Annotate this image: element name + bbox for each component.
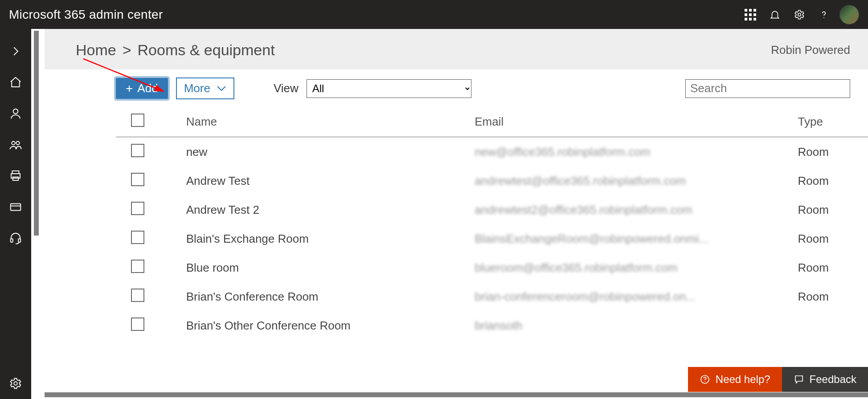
horizontal-scrollbar[interactable]	[45, 392, 868, 397]
cell-type: Room	[794, 195, 868, 224]
view-select[interactable]: All	[307, 79, 471, 98]
cell-email: andrewtest@office365.robinplatform.com	[470, 167, 793, 195]
home-icon[interactable]	[0, 67, 31, 98]
groups-icon[interactable]	[0, 129, 31, 160]
top-bar: Microsoft 365 admin center	[0, 0, 868, 29]
billing-icon[interactable]	[0, 191, 31, 223]
toolbar: + Add More View All	[45, 69, 868, 107]
vertical-scrollbar[interactable]	[34, 31, 39, 236]
app-launcher-icon[interactable]	[738, 0, 762, 29]
svg-point-1	[823, 17, 824, 18]
svg-rect-7	[13, 177, 19, 181]
cell-email: brian-conferenceroom@robinpowered.on...	[470, 282, 793, 311]
breadcrumb: Home > Rooms & equipment	[76, 41, 275, 59]
add-button[interactable]: + Add	[116, 78, 168, 99]
svg-point-0	[798, 13, 801, 16]
table-row[interactable]: Brian's Conference Roombrian-conferencer…	[116, 282, 868, 311]
nav-expand-icon[interactable]	[0, 36, 31, 67]
support-icon[interactable]	[0, 223, 31, 254]
table-row[interactable]: Andrew Test 2andrewtest2@office365.robin…	[116, 195, 868, 224]
table-row[interactable]: newnew@office365.robinplatform.comRoom	[116, 137, 868, 167]
account-avatar[interactable]	[839, 5, 859, 24]
row-checkbox[interactable]	[131, 260, 144, 273]
feedback-label: Feedback	[810, 373, 856, 386]
column-header-email[interactable]: Email	[470, 107, 793, 137]
column-header-name[interactable]: Name	[160, 107, 471, 137]
help-icon[interactable]	[811, 0, 836, 29]
svg-rect-10	[18, 239, 20, 242]
svg-rect-8	[11, 204, 21, 211]
row-checkbox[interactable]	[131, 173, 144, 186]
cell-type: Room	[794, 253, 868, 282]
content-panel: Home > Rooms & equipment Robin Powered	[45, 29, 868, 391]
chevron-down-icon	[217, 86, 226, 92]
row-checkbox[interactable]	[131, 144, 144, 157]
notifications-icon[interactable]	[762, 0, 787, 29]
cell-type: Room	[794, 137, 868, 167]
print-icon[interactable]	[0, 160, 31, 191]
row-checkbox[interactable]	[131, 318, 144, 331]
table-row[interactable]: Blue roomblueroom@office365.robinplatfor…	[116, 253, 868, 282]
cell-email: new@office365.robinplatform.com	[470, 137, 793, 167]
add-button-label: Add	[137, 81, 158, 95]
users-icon[interactable]	[0, 98, 31, 129]
cell-name: Blain's Exchange Room	[160, 224, 471, 253]
svg-point-4	[16, 142, 20, 145]
svg-point-2	[13, 109, 18, 114]
cell-type: Room	[794, 282, 868, 311]
column-header-type[interactable]: Type	[794, 107, 868, 137]
bottom-action-bar: Need help? Feedback	[688, 367, 868, 392]
view-label: View	[274, 81, 299, 95]
svg-point-11	[14, 382, 17, 385]
feedback-button[interactable]: Feedback	[782, 367, 868, 392]
breadcrumb-separator: >	[123, 41, 131, 59]
table-row[interactable]: Brian's Other Conference Roombriansoth	[116, 311, 868, 340]
row-checkbox[interactable]	[131, 202, 144, 215]
row-checkbox[interactable]	[131, 231, 144, 244]
breadcrumb-home[interactable]: Home	[76, 41, 116, 59]
plus-icon: +	[126, 82, 133, 95]
cell-type: Room	[794, 224, 868, 253]
table-row[interactable]: Blain's Exchange RoomBlainsExchangeRoom@…	[116, 224, 868, 253]
settings-icon[interactable]	[787, 0, 811, 29]
cell-name: Brian's Other Conference Room	[160, 311, 471, 340]
search-input[interactable]	[685, 79, 850, 98]
help-circle-icon	[700, 374, 710, 385]
svg-point-14	[704, 381, 705, 382]
app-title: Microsoft 365 admin center	[9, 8, 163, 22]
left-nav-rail	[0, 29, 31, 399]
more-button[interactable]: More	[176, 77, 234, 99]
need-help-button[interactable]: Need help?	[688, 367, 782, 392]
chat-icon	[794, 374, 804, 385]
cell-email: BlainsExchangeRoom@robinpowered.onmi...	[470, 224, 793, 253]
cell-name: Blue room	[160, 253, 471, 282]
cell-name: Brian's Conference Room	[160, 282, 471, 311]
svg-rect-9	[11, 239, 13, 242]
more-button-label: More	[184, 81, 210, 95]
cell-name: Andrew Test	[160, 167, 471, 195]
cell-name: new	[160, 137, 471, 167]
nav-settings-icon[interactable]	[0, 368, 31, 399]
resources-table: Name Email Type newnew@office365.robinpl…	[116, 107, 868, 340]
row-checkbox[interactable]	[131, 289, 144, 302]
cell-type: Room	[794, 167, 868, 195]
svg-point-3	[12, 142, 15, 145]
cell-email: andrewtest2@office365.robinplatform.com	[470, 195, 793, 224]
cell-name: Andrew Test 2	[160, 195, 471, 224]
cell-email: blueroom@office365.robinplatform.com	[470, 253, 793, 282]
cell-email: briansoth	[470, 311, 793, 340]
breadcrumb-page: Rooms & equipment	[138, 41, 275, 59]
select-all-checkbox[interactable]	[131, 114, 144, 127]
tenant-name: Robin Powered	[771, 43, 850, 57]
cell-type	[794, 311, 868, 340]
table-row[interactable]: Andrew Testandrewtest@office365.robinpla…	[116, 167, 868, 195]
need-help-label: Need help?	[716, 373, 770, 386]
